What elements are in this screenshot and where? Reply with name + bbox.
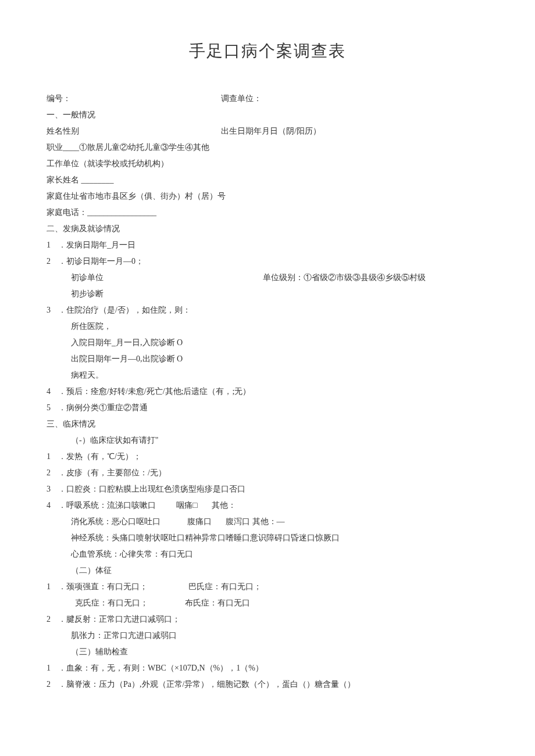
aux-2: 2．脑脊液：压力（Pa）,外观（正常/异常），细胞记数（个），蛋白（）糖含量（）: [47, 676, 488, 693]
occupation-row: 职业____①散居儿童②幼托儿童③学生④其他: [47, 139, 488, 156]
sign-1: 1．颈项强直：有口无口； 巴氏症：有口无口；: [47, 579, 488, 595]
sign-2: 2．腱反射：正常口亢进口减弱口；: [47, 611, 488, 628]
aux-1: 1．血象：有，无，有则：WBC（×107D,N（%），1（%）: [47, 660, 488, 676]
name-gender-label: 姓名性别: [47, 123, 221, 139]
section-3-title: 三、临床情况: [47, 416, 488, 432]
section-1-title: 一、一般情况: [47, 107, 488, 123]
workunit-row: 工作单位（就读学校或托幼机构）: [47, 156, 488, 172]
unit-label: 调查单位：: [221, 91, 262, 107]
item-3-4b: 神经系统：头痛口喷射状呕吐口精神异常口嗜睡口意识障碍口昏迷口惊厥口: [47, 530, 488, 546]
item-3-4c: 心血管系统：心律失常：有口无口: [47, 546, 488, 562]
item-3-4a: 消化系统：恶心口呕吐口 腹痛口 腹泻口 其他：—: [47, 514, 488, 530]
dob-label: 出生日期年月日（阴/阳历）: [221, 123, 321, 139]
item-3-3: 3．口腔炎：口腔粘膜上出现红色溃疡型疱疹是口否口: [47, 481, 488, 497]
address-row: 家庭住址省市地市县区乡（俱、街办）村（居）号: [47, 188, 488, 205]
item-2-2c: 初步诊断: [47, 286, 488, 302]
item-3-4: 4．呼吸系统：流涕口咳嗽口 咽痛□ 其他：: [47, 497, 488, 514]
item-2-3d: 病程天。: [47, 367, 488, 384]
section-2-title: 二、发病及就诊情况: [47, 221, 488, 237]
item-3-2: 2．皮疹（有，主要部位：/无）: [47, 465, 488, 481]
sub-3-1: （-）临床症状如有请打": [47, 432, 488, 449]
page-title: 手足口病个案调查表: [47, 35, 488, 67]
sub-3-2: （二）体征: [47, 562, 488, 579]
item-2-4: 4．预后：痊愈/好转/未愈/死亡/其他;后遗症（有，;无）: [47, 384, 488, 400]
header-row: 编号： 调查单位：: [47, 91, 488, 107]
item-2-3a: 所住医院，: [47, 318, 488, 335]
item-2-2: 2．初诊日期年一月—0；: [47, 253, 488, 270]
item-3-1: 1．发热（有，℃/无）；: [47, 449, 488, 465]
item-2-5: 5．病例分类①重症②普通: [47, 400, 488, 416]
item-2-3b: 入院日期年_月一日,入院诊断 O: [47, 335, 488, 351]
sign-1a: 克氏症：有口无口； 布氏症：有口无口: [47, 595, 488, 611]
name-row: 姓名性别 出生日期年月日（阴/阳历）: [47, 123, 488, 139]
sign-2a: 肌张力：正常口亢进口减弱口: [47, 628, 488, 644]
id-label: 编号：: [47, 91, 221, 107]
phone-row: 家庭电话：_________________: [47, 205, 488, 221]
sub-3-3: （三）辅助检查: [47, 644, 488, 660]
parent-row: 家长姓名 ________: [47, 172, 488, 188]
item-2-3c: 出院日期年一月—0,出院诊断 O: [47, 351, 488, 367]
item-2-1: 1．发病日期年_月一日: [47, 237, 488, 253]
item-2-3: 3．住院治疗（是/否），如住院，则：: [47, 302, 488, 318]
item-2-2a: 初诊单位 单位级别：①省级②市级③县级④乡级⑤村级: [47, 270, 488, 286]
